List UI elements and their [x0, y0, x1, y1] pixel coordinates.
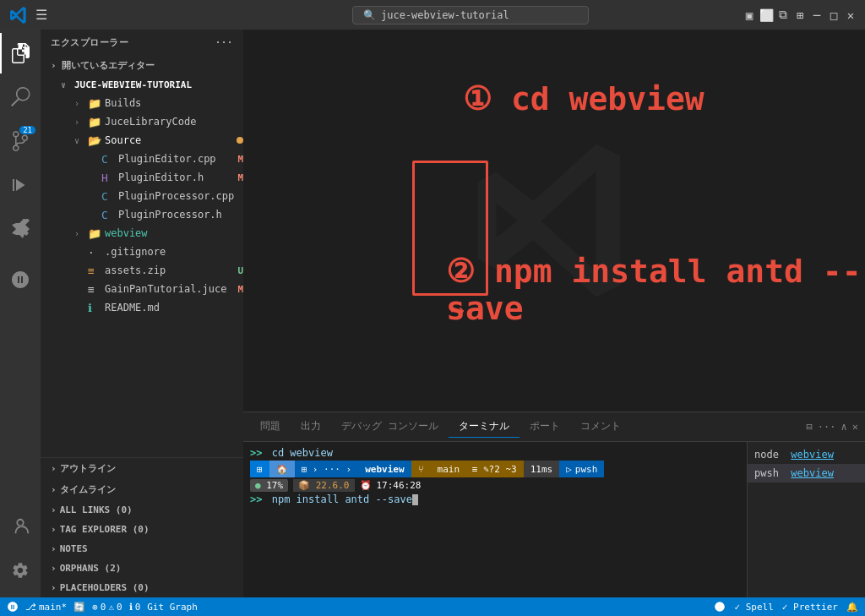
assets-badge: U [237, 265, 243, 276]
status-spell[interactable]: ✓ Spell [734, 602, 773, 613]
cpp2-icon: C [101, 190, 115, 203]
tree-item-pluginprocessor-h[interactable]: C PluginProcessor.h [41, 205, 243, 224]
builds-arrow: › [74, 99, 88, 108]
tree-item-plugineditor-cpp[interactable]: C PluginEditor.cpp M [41, 150, 243, 168]
notes-section[interactable]: › NOTES [41, 539, 243, 559]
title-bar: ☰ 🔍 juce-webview-tutorial ▣ ⬜ ⧉ ⊞ ─ □ ✕ [0, 0, 865, 30]
status-remote-icon[interactable] [7, 601, 19, 613]
title-bar-center: 🔍 juce-webview-tutorial [211, 6, 730, 25]
maximize-button[interactable]: □ [828, 9, 840, 21]
pl-shell: ▷ pwsh [559, 461, 604, 477]
bell-icon: 🔔 [846, 602, 858, 613]
project-arrow: ∨ [61, 80, 74, 90]
sync-icon: 🔄 [73, 602, 85, 613]
tab-ports[interactable]: ポート [520, 416, 570, 438]
sidebar-more-icon[interactable]: ··· [215, 37, 233, 48]
terminal-sidebar: node webview pwsh webview [747, 442, 865, 597]
readme-label: README.md [105, 302, 243, 313]
juce-arrow: › [74, 117, 88, 127]
search-bar[interactable]: 🔍 juce-webview-tutorial [352, 6, 589, 25]
tab-debug[interactable]: デバッグ コンソール [331, 416, 449, 438]
tree-item-gainpan[interactable]: ≡ GainPanTutorial.juce M [41, 280, 243, 298]
terminal-panel: 問題 出力 デバッグ コンソール ターミナル ポート コメント ⊟ ··· ∧ … [243, 412, 865, 597]
orphans-section[interactable]: › ORPHANS (2) [41, 559, 243, 578]
tree-item-source[interactable]: ∨ 📂 Source [41, 131, 243, 150]
pl-branch: main ≡ ✎?2 ~3 [431, 461, 524, 477]
tree-item-gitignore[interactable]: · .gitignore [41, 243, 243, 261]
layout2-icon[interactable]: ⬜ [760, 9, 772, 21]
hamburger-menu-icon[interactable]: ☰ [35, 7, 47, 23]
status-git-graph[interactable]: Git Graph [147, 602, 198, 613]
pwsh-instance-label: pwsh webview [754, 467, 834, 479]
tag-explorer-section[interactable]: › TAG EXPLORER (0) [41, 520, 243, 539]
layout3-icon[interactable]: ⧉ [777, 9, 789, 21]
error-count: 0 [101, 602, 106, 613]
status-sync[interactable]: 🔄 [73, 602, 85, 613]
plugineditor-h-label: PluginEditor.h [118, 172, 234, 183]
timeline-section[interactable]: › タイムライン [41, 479, 243, 500]
tab-output[interactable]: 出力 [291, 416, 331, 438]
outline-section[interactable]: › アウトライン [41, 458, 243, 479]
tree-item-pluginprocessor-cpp[interactable]: C PluginProcessor.cpp [41, 187, 243, 205]
status-right: ✓ Spell ✓ Prettier 🔔 [714, 601, 858, 613]
tree-item-builds[interactable]: › 📁 Builds [41, 94, 243, 112]
project-root[interactable]: ∨ JUCE-WEBVIEW-TUTORIAL [41, 75, 243, 94]
tab-problems[interactable]: 問題 [250, 416, 291, 438]
status-bell[interactable]: 🔔 [846, 602, 858, 613]
activity-item-settings[interactable] [0, 550, 41, 591]
powerline-prompt: ⊞ 🏠 ⊞ › ··· › webview ⑂ main ≡ ✎?2 ~3 [250, 461, 740, 477]
pl-git-icon: ⑂ [411, 461, 431, 477]
activity-item-explorer[interactable] [0, 33, 41, 74]
vscode-watermark [470, 136, 639, 305]
tree-item-plugineditor-h[interactable]: H PluginEditor.h M [41, 168, 243, 187]
terminal-more-icon[interactable]: ··· [818, 421, 836, 433]
terminal-main[interactable]: >> cd webview ⊞ 🏠 ⊞ › ··· › webview ⑂ [243, 442, 747, 597]
activity-item-source-control[interactable]: 21 [0, 121, 41, 161]
gainpan-label: GainPanTutorial.juce [105, 283, 234, 295]
layout4-icon[interactable]: ⊞ [794, 9, 806, 21]
status-bar: ⎇ main* 🔄 ⊗ 0 ⚠ 0 ℹ 0 Git Graph ✓ Spell … [0, 597, 865, 616]
terminal-chevron-up[interactable]: ∧ [841, 421, 847, 433]
tree-item-webview[interactable]: › 📁 webview [41, 224, 243, 243]
activity-item-run[interactable] [0, 165, 41, 205]
tab-comments[interactable]: コメント [570, 416, 631, 438]
pl-webview-folder: webview [358, 461, 411, 477]
status-info[interactable]: ℹ 0 [129, 602, 141, 613]
gitignore-label: .gitignore [105, 246, 243, 258]
minimize-button[interactable]: ─ [811, 9, 823, 21]
layout-split-icon[interactable]: ⊟ [807, 421, 813, 433]
plugineditor-h-badge: M [237, 172, 243, 183]
juce-label: JuceLibraryCode [105, 116, 243, 128]
time-display: 17:46:28 [377, 480, 422, 491]
activity-item-extensions[interactable] [0, 209, 41, 249]
placeholders-section[interactable]: › PLACEHOLDERS (0) [41, 578, 243, 597]
terminal-instance-node[interactable]: node webview [748, 445, 865, 464]
tab-terminal[interactable]: ターミナル [449, 416, 520, 438]
warning-count: 0 [117, 602, 122, 613]
tree-item-readme[interactable]: ℹ README.md [41, 298, 243, 317]
tree-item-assets[interactable]: ≡ assets.zip U [41, 261, 243, 280]
status-branch[interactable]: ⎇ main* [25, 602, 67, 613]
spell-label: ✓ Spell [734, 602, 773, 613]
branch-name: main* [39, 602, 67, 613]
terminal-tabs: 問題 出力 デバッグ コンソール ターミナル ポート コメント ⊟ ··· ∧ … [243, 412, 865, 442]
prompt-cmd-2 [265, 493, 271, 505]
activity-item-account[interactable] [0, 506, 41, 547]
status-vscode-icon-right[interactable] [714, 601, 726, 613]
terminal-instance-pwsh[interactable]: pwsh webview [748, 464, 865, 482]
close-button[interactable]: ✕ [845, 9, 857, 21]
status-prettier[interactable]: ✓ Prettier [782, 602, 838, 613]
layout-icon[interactable]: ▣ [743, 9, 755, 21]
terminal-prompt-npm: >> npm install antd --save [250, 493, 740, 505]
status-errors[interactable]: ⊗ 0 ⚠ 0 [92, 602, 122, 613]
pl-home-icon: 🏠 [269, 461, 295, 477]
activity-item-search[interactable] [0, 77, 41, 117]
terminal-close-icon[interactable]: ✕ [852, 421, 858, 433]
webview-label: webview [105, 227, 243, 239]
pl-ms: 11ms [524, 461, 560, 477]
activity-item-remote[interactable] [0, 259, 41, 300]
tree-item-jucelibrary[interactable]: › 📁 JuceLibraryCode [41, 112, 243, 131]
all-links-section[interactable]: › ALL LINKS (0) [41, 500, 243, 520]
open-editors-section[interactable]: › 開いているエディター [41, 56, 243, 75]
status-left: ⎇ main* 🔄 ⊗ 0 ⚠ 0 ℹ 0 Git Graph [7, 601, 198, 613]
